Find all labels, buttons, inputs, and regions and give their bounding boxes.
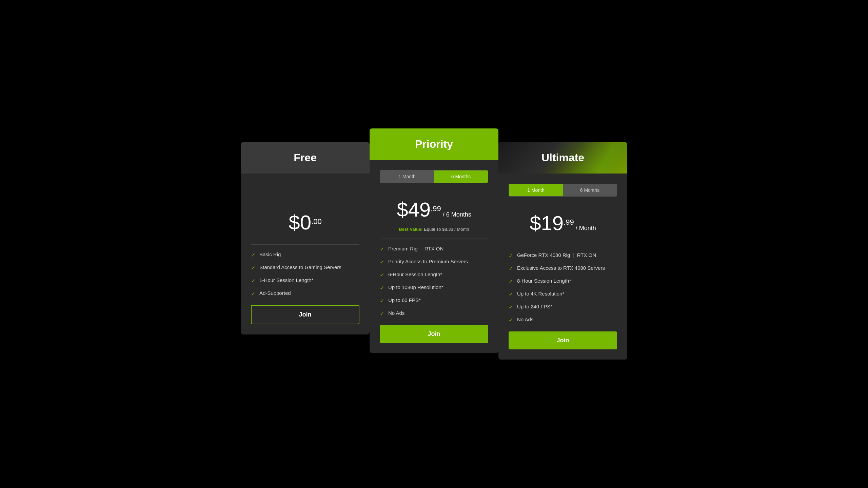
card-free-price-area: $0.00 bbox=[251, 204, 359, 238]
list-item: ✓ Standard Access to Gaming Servers bbox=[251, 264, 359, 271]
check-icon: ✓ bbox=[509, 265, 513, 272]
check-icon: ✓ bbox=[509, 278, 513, 285]
feature-text: 8-Hour Session Length* bbox=[517, 278, 571, 284]
ultimate-tab-1month[interactable]: 1 Month bbox=[509, 184, 563, 196]
priority-price-main: $49 bbox=[397, 198, 431, 221]
list-item: ✓ No Ads bbox=[509, 317, 617, 323]
priority-price-area: $49.99 / 6 Months bbox=[380, 191, 488, 225]
ultimate-feature-list: ✓ GeForce RTX 4080 Rig | RTX ON ✓ Exclus… bbox=[509, 252, 617, 323]
list-item: ✓ 1-Hour Session Length* bbox=[251, 277, 359, 284]
list-item: ✓ Priority Access to Premium Servers bbox=[380, 259, 488, 265]
card-priority: Priority 1 Month 6 Months $49.99 / 6 Mon… bbox=[370, 128, 498, 353]
check-icon: ✓ bbox=[251, 290, 255, 297]
list-item: ✓ Ad-Supported bbox=[251, 290, 359, 297]
ultimate-price-area: $19.99 / Month bbox=[509, 205, 617, 238]
card-free-price-cents: .00 bbox=[311, 217, 322, 226]
feature-text: Up to 60 FPS* bbox=[388, 297, 421, 303]
priority-price-cents: .99 bbox=[431, 204, 441, 213]
list-item: ✓ Premium Rig | RTX ON bbox=[380, 246, 488, 252]
list-item: ✓ Up to 1080p Resolution* bbox=[380, 284, 488, 291]
feature-text: No Ads bbox=[517, 317, 533, 322]
list-item: ✓ 8-Hour Session Length* bbox=[509, 278, 617, 285]
check-icon: ✓ bbox=[251, 278, 255, 284]
priority-price-period: / 6 Months bbox=[441, 211, 471, 218]
check-icon: ✓ bbox=[509, 252, 513, 259]
check-icon: ✓ bbox=[380, 272, 384, 278]
feature-text: Ad-Supported bbox=[259, 290, 291, 296]
card-priority-body: 1 Month 6 Months $49.99 / 6 Months Best … bbox=[370, 160, 498, 353]
card-ultimate-header: Ultimate bbox=[498, 142, 627, 174]
ultimate-price-cents: .99 bbox=[564, 218, 574, 226]
priority-best-value: Best Value! Equal To $8.33 / Month bbox=[380, 227, 488, 232]
feature-text: Up to 240 FPS* bbox=[517, 304, 552, 309]
card-free: Free $0.00 ✓ Basic Rig ✓ Standard Access… bbox=[241, 142, 370, 334]
card-free-divider bbox=[251, 244, 359, 245]
card-ultimate-body: 1 Month 6 Months $19.99 / Month ✓ GeForc… bbox=[498, 174, 627, 360]
priority-join-button[interactable]: Join bbox=[380, 325, 488, 343]
list-item: ✓ Up to 4K Resolution* bbox=[509, 291, 617, 298]
pipe: | bbox=[573, 252, 574, 258]
check-icon: ✓ bbox=[251, 252, 255, 258]
ultimate-price-period: / Month bbox=[574, 225, 596, 231]
list-item: ✓ Exclusive Access to RTX 4080 Servers bbox=[509, 265, 617, 272]
feature-text: Premium Rig | RTX ON bbox=[388, 246, 443, 251]
check-icon: ✓ bbox=[380, 298, 384, 304]
feature-text: Priority Access to Premium Servers bbox=[388, 259, 468, 264]
feature-text: GeForce RTX 4080 Rig | RTX ON bbox=[517, 252, 596, 258]
check-icon: ✓ bbox=[251, 265, 255, 271]
list-item: ✓ 6-Hour Session Length* bbox=[380, 271, 488, 278]
ultimate-divider bbox=[509, 245, 617, 245]
feature-text: No Ads bbox=[388, 310, 405, 316]
check-icon: ✓ bbox=[380, 259, 384, 265]
card-priority-header: Priority bbox=[370, 128, 498, 160]
card-free-header: Free bbox=[241, 142, 370, 174]
priority-divider bbox=[380, 239, 488, 239]
check-icon: ✓ bbox=[380, 310, 384, 317]
free-join-button[interactable]: Join bbox=[251, 305, 359, 324]
feature-text: Up to 4K Resolution* bbox=[517, 291, 564, 297]
card-ultimate: Highest Performance Ultimate 1 Month 6 M… bbox=[498, 142, 627, 360]
best-value-label: Best Value! bbox=[399, 227, 422, 232]
feature-text: Basic Rig bbox=[259, 251, 281, 257]
list-item: ✓ No Ads bbox=[380, 310, 488, 317]
pipe: | bbox=[420, 246, 422, 251]
ultimate-tab-6months[interactable]: 6 Months bbox=[563, 184, 617, 196]
check-icon: ✓ bbox=[380, 285, 384, 291]
feature-text: Exclusive Access to RTX 4080 Servers bbox=[517, 265, 605, 271]
priority-tab-1month[interactable]: 1 Month bbox=[380, 170, 434, 183]
ultimate-price-main: $19 bbox=[530, 212, 564, 235]
list-item: ✓ Basic Rig bbox=[251, 251, 359, 258]
ultimate-header-bg: Ultimate bbox=[498, 142, 627, 174]
feature-text: Up to 1080p Resolution* bbox=[388, 284, 443, 290]
list-item: ✓ GeForce RTX 4080 Rig | RTX ON bbox=[509, 252, 617, 259]
priority-tab-group: 1 Month 6 Months bbox=[380, 170, 488, 183]
priority-tab-6months[interactable]: 6 Months bbox=[434, 170, 488, 183]
check-icon: ✓ bbox=[380, 246, 384, 252]
list-item: ✓ Up to 240 FPS* bbox=[509, 304, 617, 310]
card-free-body: $0.00 ✓ Basic Rig ✓ Standard Access to G… bbox=[241, 174, 370, 334]
feature-text: Standard Access to Gaming Servers bbox=[259, 264, 341, 270]
pricing-container: Free $0.00 ✓ Basic Rig ✓ Standard Access… bbox=[231, 128, 637, 360]
list-item: ✓ Up to 60 FPS* bbox=[380, 297, 488, 304]
ultimate-join-button[interactable]: Join bbox=[509, 331, 617, 349]
card-ultimate-title: Ultimate bbox=[505, 151, 620, 164]
feature-text: 1-Hour Session Length* bbox=[259, 277, 313, 283]
check-icon: ✓ bbox=[509, 291, 513, 298]
priority-feature-list: ✓ Premium Rig | RTX ON ✓ Priority Access… bbox=[380, 246, 488, 317]
ultimate-tab-group: 1 Month 6 Months bbox=[509, 184, 617, 197]
card-priority-title: Priority bbox=[376, 138, 492, 150]
check-icon: ✓ bbox=[509, 317, 513, 323]
check-icon: ✓ bbox=[509, 304, 513, 310]
card-free-price-main: $0 bbox=[289, 211, 311, 234]
card-free-feature-list: ✓ Basic Rig ✓ Standard Access to Gaming … bbox=[251, 251, 359, 297]
feature-text: 6-Hour Session Length* bbox=[388, 271, 442, 277]
card-free-title: Free bbox=[248, 151, 363, 164]
best-value-detail: Equal To $8.33 / Month bbox=[424, 227, 469, 232]
